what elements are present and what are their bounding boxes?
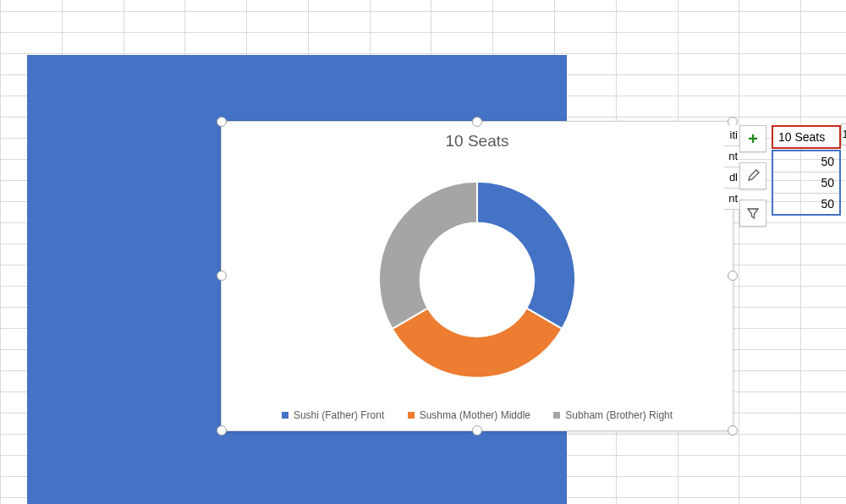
filter-icon: [747, 207, 759, 219]
legend-item-1: Sushi (Father) Front: [282, 409, 384, 421]
legend-swatch-2: [408, 412, 415, 419]
selection-handle-nw[interactable]: [217, 117, 227, 127]
chart-title: 10 Seats: [222, 132, 733, 151]
selection-handle-s[interactable]: [472, 425, 482, 436]
selection-handle-w[interactable]: [217, 271, 227, 281]
chart-legend: Sushi (Father) Front Sushma (Mother) Mid…: [222, 409, 733, 421]
selection-handle-se[interactable]: [728, 425, 738, 436]
overflow-cell: 1: [841, 123, 846, 145]
plus-icon: +: [748, 129, 758, 149]
data-cell[interactable]: 50: [773, 173, 839, 194]
chart-filters-button[interactable]: [739, 200, 766, 227]
chart-styles-button[interactable]: [739, 162, 766, 189]
partial-label-column: iti nt dl nt: [724, 125, 739, 210]
donut-chart: [376, 178, 579, 385]
chart-data-range[interactable]: 10 Seats 50 50 50 1: [772, 125, 841, 216]
data-cell[interactable]: 50: [773, 194, 839, 214]
legend-swatch-3: [553, 412, 560, 419]
chart-object[interactable]: 10 Seats Sushi (Father) Front Sushma (Mo…: [221, 121, 733, 431]
legend-swatch-1: [282, 412, 288, 419]
legend-item-3: Subham (Brother) Right: [553, 409, 673, 421]
legend-item-2: Sushma (Mother) Middle: [408, 409, 530, 421]
donut-slice-2[interactable]: [393, 308, 563, 377]
selection-handle-sw[interactable]: [217, 425, 227, 436]
donut-slice-1[interactable]: [477, 182, 575, 329]
data-range-values[interactable]: 50 50 50: [772, 150, 841, 216]
legend-label: Sushma (Mother) Middle: [420, 409, 530, 421]
data-cell[interactable]: 50: [773, 151, 839, 173]
brush-icon: [746, 169, 760, 183]
chart-side-buttons: +: [739, 125, 766, 237]
data-range-header[interactable]: 10 Seats: [772, 125, 841, 149]
donut-slice-3[interactable]: [379, 182, 477, 329]
chart-elements-button[interactable]: +: [739, 125, 766, 152]
selection-handle-e[interactable]: [728, 271, 738, 281]
selection-handle-n[interactable]: [472, 117, 482, 127]
legend-label: Sushi (Father) Front: [294, 409, 384, 421]
legend-label: Subham (Brother) Right: [565, 409, 673, 421]
